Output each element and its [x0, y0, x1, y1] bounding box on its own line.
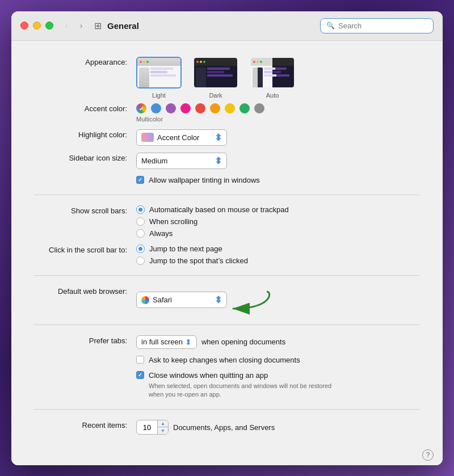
appearance-light[interactable]: Light: [136, 57, 182, 99]
thumb-main-dark: [207, 68, 236, 88]
click-scroll-row: Click in the scroll bar to: Jump to the …: [34, 245, 420, 265]
click-next-page-row[interactable]: Jump to the next page: [136, 245, 248, 253]
default-browser-dropdown[interactable]: Safari ⬍: [136, 292, 227, 308]
accent-orange[interactable]: [210, 103, 220, 113]
close-windows-checkbox[interactable]: [136, 371, 144, 379]
browser-row-with-arrow: Safari ⬍: [136, 286, 272, 314]
bottom-bar: ?: [11, 445, 443, 465]
thumb-dot: [257, 61, 259, 63]
search-box[interactable]: 🔍: [320, 18, 434, 33]
maximize-button[interactable]: [45, 22, 53, 30]
close-windows-row: Close windows when quitting an app When …: [34, 371, 420, 399]
close-button[interactable]: [20, 22, 28, 30]
stepper-up[interactable]: ▲: [158, 420, 168, 427]
accent-blue[interactable]: [151, 103, 161, 113]
scroll-bars-row: Show scroll bars: Automatically based on…: [34, 205, 420, 238]
section-divider-4: [34, 409, 420, 410]
thumb-dot: [260, 61, 262, 63]
accent-pink[interactable]: [180, 103, 191, 113]
prefer-tabs-arrow: ⬍: [185, 338, 192, 347]
sidebar-icon-dropdown[interactable]: Medium ⬍: [136, 153, 227, 169]
wallpaper-checkbox[interactable]: [136, 176, 144, 184]
accent-multicolor[interactable]: [136, 103, 146, 113]
prefer-tabs-suffix: when opening documents: [201, 338, 285, 346]
back-button[interactable]: ‹: [60, 19, 73, 32]
ask-keep-checkbox-row[interactable]: Ask to keep changes when closing documen…: [136, 356, 300, 364]
thumb-bar: [264, 74, 289, 77]
section-divider-1: [34, 195, 420, 195]
help-button[interactable]: ?: [422, 449, 434, 461]
click-scroll-label: Click in the scroll bar to:: [34, 245, 136, 254]
appearance-dark[interactable]: Dark: [193, 57, 238, 99]
appearance-dark-label: Dark: [209, 92, 222, 99]
scroll-auto-row[interactable]: Automatically based on mouse or trackpad: [136, 205, 289, 214]
scroll-auto-label: Automatically based on mouse or trackpad: [149, 205, 289, 214]
window-title: General: [107, 21, 320, 31]
appearance-light-label: Light: [152, 92, 166, 99]
appearance-auto-thumb[interactable]: [250, 57, 295, 89]
thumb-bar: [150, 71, 167, 73]
scroll-scrolling-row[interactable]: When scrolling: [136, 217, 289, 226]
section-divider-2: [34, 275, 420, 276]
click-spot-row[interactable]: Jump to the spot that’s clicked: [136, 256, 248, 265]
highlight-swatch: [141, 133, 154, 142]
dropdown-arrow-icon: ⬍: [215, 294, 222, 305]
click-spot-radio[interactable]: [136, 256, 145, 265]
wallpaper-checkbox-row[interactable]: Allow wallpaper tinting in windows: [136, 176, 260, 184]
thumb-dark-sidebar: [196, 68, 206, 88]
appearance-dark-thumb[interactable]: [193, 57, 238, 89]
accent-red[interactable]: [195, 103, 205, 113]
highlight-color-label: Highlight color:: [34, 129, 136, 139]
recent-items-label: Recent items:: [34, 420, 136, 429]
accent-purple[interactable]: [166, 103, 176, 113]
click-spot-label: Jump to the spot that’s clicked: [149, 256, 248, 265]
thumb-auto-sidebar: [253, 68, 263, 88]
forward-button[interactable]: ›: [75, 19, 87, 32]
scroll-auto-radio[interactable]: [136, 205, 145, 214]
minimize-button[interactable]: [33, 22, 41, 30]
scroll-bars-radio-group: Automatically based on mouse or trackpad…: [136, 205, 289, 238]
highlight-color-row: Highlight color: Accent Color ⬍: [34, 129, 420, 146]
close-windows-text: Close windows when quitting an app: [149, 371, 268, 380]
default-browser-control: Safari ⬍: [136, 286, 420, 314]
close-windows-control: Close windows when quitting an app When …: [136, 371, 420, 399]
scroll-always-radio[interactable]: [136, 229, 145, 238]
close-windows-checkbox-row[interactable]: Close windows when quitting an app: [136, 371, 268, 380]
scroll-scrolling-label: When scrolling: [149, 217, 197, 226]
click-next-page-radio[interactable]: [136, 245, 145, 253]
close-windows-label: [34, 371, 136, 372]
appearance-row: Appearance:: [34, 57, 420, 99]
accent-color-row: Accent color: Multicolor: [34, 103, 420, 123]
thumb-dot: [143, 61, 145, 63]
accent-yellow[interactable]: [225, 103, 235, 113]
thumb-main: [150, 68, 179, 88]
prefer-tabs-dropdown[interactable]: in full screen ⬍: [136, 335, 197, 349]
thumb-main-auto: [264, 68, 292, 88]
accent-sublabel: Multicolor: [136, 116, 163, 123]
section-divider-3: [34, 325, 420, 325]
appearance-light-thumb[interactable]: [136, 57, 182, 89]
prefer-tabs-control: in full screen ⬍ when opening documents: [136, 335, 420, 349]
sidebar-icon-control: Medium ⬍: [136, 153, 420, 169]
scroll-always-row[interactable]: Always: [136, 229, 289, 238]
thumb-bar: [150, 74, 176, 77]
accent-graphite[interactable]: [254, 103, 264, 113]
thumb-bar: [264, 68, 287, 70]
browser-value: Safari: [153, 296, 172, 304]
grid-icon[interactable]: ⊞: [94, 20, 102, 31]
default-browser-row: Default web browser: Safari ⬍: [34, 286, 420, 314]
safari-icon: [141, 296, 149, 304]
highlight-color-dropdown[interactable]: Accent Color ⬍: [136, 129, 227, 146]
appearance-options: Light: [136, 57, 295, 99]
accent-green[interactable]: [239, 103, 250, 113]
thumb-bar: [264, 71, 281, 73]
thumb-bar: [150, 68, 173, 70]
scroll-scrolling-radio[interactable]: [136, 217, 145, 226]
recent-items-stepper[interactable]: 10 ▲ ▼: [136, 420, 169, 435]
appearance-auto[interactable]: Auto: [250, 57, 295, 99]
stepper-down[interactable]: ▼: [158, 427, 168, 434]
search-input[interactable]: [338, 22, 427, 30]
thumb-bar: [207, 68, 230, 70]
ask-keep-checkbox[interactable]: [136, 356, 144, 364]
accent-colors: [136, 103, 264, 113]
